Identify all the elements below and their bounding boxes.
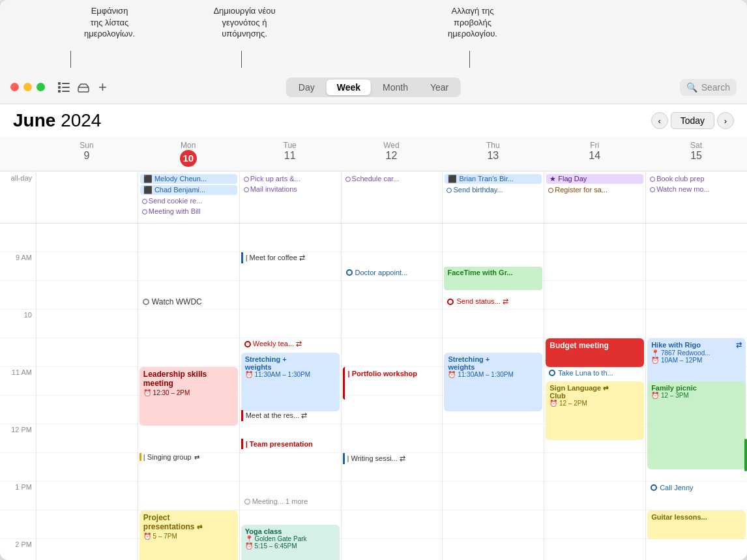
day-col-tue: | Meet for coffee ⇄ Weekly tea... ⇄ Stre… bbox=[239, 224, 341, 560]
event-writing[interactable]: | Writing sessi... ⇄ bbox=[343, 453, 441, 464]
allday-wed: Schedule car... bbox=[341, 171, 443, 223]
event-budget[interactable]: Budget meeting bbox=[546, 338, 644, 367]
month-title: June 2024 bbox=[13, 110, 101, 131]
event-watch-wwdc[interactable]: Watch WWDC bbox=[139, 295, 238, 308]
day-col-sat: Hike with Rigo ⇄ 📍 7867 Redwood... ⏰ 10A… bbox=[645, 224, 747, 560]
time-label-2pm: 2 PM bbox=[0, 539, 36, 560]
event-doctor[interactable]: Doctor appoint... bbox=[343, 267, 441, 278]
allday-label: all-day bbox=[0, 171, 36, 223]
search-placeholder: Search bbox=[701, 82, 730, 93]
event-meet-res[interactable]: Meet at the res... ⇄ bbox=[241, 410, 340, 421]
day-header-sun: Sun9 bbox=[36, 137, 138, 171]
event-schedule-car[interactable]: Schedule car... bbox=[344, 174, 441, 183]
day-header-sat: Sat15 bbox=[645, 137, 747, 171]
svg-rect-2 bbox=[58, 90, 61, 93]
search-icon: 🔍 bbox=[686, 82, 697, 93]
day-headers: Sun9 Mon10 Tue11 Wed12 Thu13 Fri14 Sat15 bbox=[0, 137, 747, 171]
event-guitar[interactable]: Guitar lessons... bbox=[647, 510, 746, 539]
event-mail-inv[interactable]: Mail invitations bbox=[242, 184, 339, 194]
today-button[interactable]: Today bbox=[671, 112, 714, 129]
annotation-2: Δημιουργία νέουγεγονότος ήυπόμνησης. bbox=[202, 5, 287, 40]
time-label-10am: 10 bbox=[0, 310, 36, 338]
event-leadership[interactable]: Leadership skillsmeeting ⏰ 12:30 – 2PM bbox=[139, 367, 238, 426]
maximize-button[interactable] bbox=[37, 83, 45, 91]
nav-controls: ‹ Today › bbox=[651, 112, 734, 129]
event-send-bday[interactable]: Send birthday... bbox=[445, 185, 542, 194]
event-stretching-tue[interactable]: Stretching +weights ⏰ 11:30AM – 1:30PM bbox=[241, 353, 340, 411]
time-label-12pm: 12 PM bbox=[0, 424, 36, 453]
event-call-jenny[interactable]: Call Jenny bbox=[647, 482, 746, 494]
day-header-mon: Mon10 bbox=[138, 137, 239, 171]
event-singing-group[interactable]: | Singing group ⇄ bbox=[139, 453, 238, 461]
day-header-tue: Tue11 bbox=[239, 137, 341, 171]
event-watch-movie[interactable]: Watch new mo... bbox=[648, 184, 745, 194]
event-chad[interactable]: ⬛ Chad Benjami... bbox=[140, 185, 237, 195]
event-melody[interactable]: ⬛ Melody Cheun... bbox=[140, 174, 237, 184]
traffic-lights bbox=[10, 83, 45, 91]
event-book-club[interactable]: Book club prep bbox=[648, 174, 745, 183]
add-event-button[interactable]: + bbox=[98, 79, 107, 96]
calendar-window: Εμφάνισητης λίσταςημερολογίων. Δημιουργί… bbox=[0, 0, 747, 560]
event-send-cookie[interactable]: Send cookie re... bbox=[140, 196, 237, 205]
annotation-3: Αλλαγή τηςπροβολήςημερολογίου. bbox=[424, 5, 521, 40]
allday-tue: Pick up arts &... Mail invitations bbox=[239, 171, 341, 223]
allday-sun bbox=[36, 171, 138, 223]
tab-year[interactable]: Year bbox=[420, 80, 459, 95]
event-yoga[interactable]: Yoga class 📍 Golden Gate Park ⏰ 5:15 – 6… bbox=[241, 525, 340, 560]
event-meet-coffee[interactable]: | Meet for coffee ⇄ bbox=[241, 252, 340, 263]
annotation-area: Εμφάνισητης λίσταςημερολογίων. Δημιουργί… bbox=[0, 0, 747, 70]
day-col-wed: Doctor appoint... | Portfolio workshop |… bbox=[341, 224, 443, 560]
event-project-presentations[interactable]: Projectpresentations ⇄ ⏰ 5 – 7PM bbox=[139, 510, 238, 560]
corner-cell bbox=[0, 137, 36, 171]
event-meeting-more[interactable]: Meeting... 1 more bbox=[241, 496, 340, 507]
close-button[interactable] bbox=[10, 83, 19, 91]
svg-rect-3 bbox=[62, 83, 70, 84]
event-send-status[interactable]: Send status... ⇄ bbox=[444, 295, 542, 308]
event-flag-day[interactable]: ★ Flag Day bbox=[546, 174, 643, 184]
event-team-presentation[interactable]: | Team presentation bbox=[241, 439, 340, 449]
tab-month[interactable]: Month bbox=[372, 80, 418, 95]
allday-fri: ★ Flag Day Register for sa... bbox=[544, 171, 645, 223]
event-pickup-arts[interactable]: Pick up arts &... bbox=[242, 174, 339, 183]
svg-rect-5 bbox=[62, 91, 70, 92]
prev-button[interactable]: ‹ bbox=[651, 112, 668, 129]
event-facetime[interactable]: FaceTime with Gr... bbox=[444, 267, 542, 290]
day-col-thu: FaceTime with Gr... Send status... ⇄ Str… bbox=[442, 224, 544, 560]
event-meeting-bill[interactable]: Meeting with Bill bbox=[140, 207, 237, 216]
day-header-wed: Wed12 bbox=[341, 137, 443, 171]
event-brian-bday[interactable]: ⬛ Brian Tran's Bir... bbox=[445, 174, 542, 184]
tab-day[interactable]: Day bbox=[288, 80, 325, 95]
event-portfolio[interactable]: | Portfolio workshop bbox=[343, 367, 441, 400]
month-header: June 2024 ‹ Today › bbox=[0, 104, 747, 137]
event-weekly-tea[interactable]: Weekly tea... ⇄ bbox=[241, 338, 340, 349]
day-col-fri: Budget meeting Take Luna to th... Sign L… bbox=[544, 224, 645, 560]
inbox-icon[interactable] bbox=[76, 80, 91, 95]
day-header-fri: Fri14 bbox=[544, 137, 645, 171]
event-family-picnic[interactable]: Family picnic ⏰ 12 – 3PM bbox=[647, 381, 746, 469]
calendar-grid: Sun9 Mon10 Tue11 Wed12 Thu13 Fri14 Sat15… bbox=[0, 137, 747, 560]
time-grid: 9 AM 10 11 AM 12 PM 1 PM 2 PM 3 PM 4 PM bbox=[0, 224, 747, 560]
svg-rect-4 bbox=[62, 87, 70, 88]
svg-rect-1 bbox=[58, 86, 61, 89]
event-sign-language[interactable]: Sign Language ⇄Club ⏰ 12 – 2PM bbox=[546, 381, 644, 440]
time-label-9am: 9 AM bbox=[0, 252, 36, 281]
search-box[interactable]: 🔍 Search bbox=[680, 79, 737, 96]
tab-week[interactable]: Week bbox=[327, 80, 371, 95]
next-button[interactable]: › bbox=[717, 112, 734, 129]
allday-thu: ⬛ Brian Tran's Bir... Send birthday... bbox=[442, 171, 544, 223]
time-labels: 9 AM 10 11 AM 12 PM 1 PM 2 PM 3 PM 4 PM bbox=[0, 224, 36, 560]
allday-mon: ⬛ Melody Cheun... ⬛ Chad Benjami... Send… bbox=[138, 171, 239, 223]
calendar-list-icon[interactable] bbox=[57, 80, 71, 95]
view-tabs: Day Week Month Year bbox=[286, 78, 461, 97]
day-header-thu: Thu13 bbox=[442, 137, 544, 171]
event-take-luna[interactable]: Take Luna to th... bbox=[546, 367, 644, 379]
event-register[interactable]: Register for sa... bbox=[546, 185, 643, 194]
minimize-button[interactable] bbox=[23, 83, 32, 91]
event-stretching-thu[interactable]: Stretching +weights ⏰ 11:30AM – 1:30PM bbox=[444, 353, 542, 411]
toolbar-icons bbox=[57, 80, 91, 95]
svg-rect-0 bbox=[58, 82, 61, 85]
time-scroll[interactable]: 9 AM 10 11 AM 12 PM 1 PM 2 PM 3 PM 4 PM bbox=[0, 224, 747, 560]
day-col-mon: Watch WWDC Leadership skillsmeeting ⏰ 12… bbox=[138, 224, 239, 560]
time-label-1pm: 1 PM bbox=[0, 482, 36, 510]
annotation-1: Εμφάνισητης λίσταςημερολογίων. bbox=[70, 5, 149, 40]
